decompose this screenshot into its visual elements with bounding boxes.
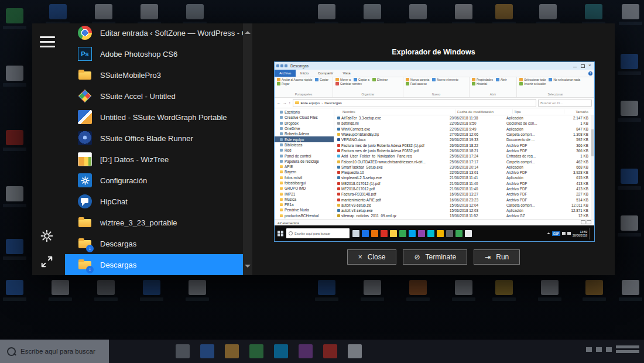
desktop-icon[interactable]: [495, 280, 513, 295]
nav-item[interactable]: Bibliotecas: [275, 142, 334, 148]
back-icon[interactable]: ←: [277, 101, 281, 105]
desktop-icon[interactable]: [49, 4, 67, 19]
taskbar-app-icon[interactable]: [225, 344, 239, 358]
file-row[interactable]: settings.ini22/06/2018 9:50Opciones de c…: [334, 121, 594, 126]
nav-item[interactable]: Red: [275, 148, 334, 153]
file-row[interactable]: simplewall-2.3-setup.exe21/06/2018 11:41…: [334, 175, 594, 180]
ribbon-button[interactable]: Seleccionar todo: [519, 78, 546, 81]
screenshot-system-tray[interactable]: ESP 13:59 28/06/2018: [547, 228, 591, 239]
taskbar-app-icon[interactable]: [418, 230, 425, 237]
tray-icon[interactable]: [596, 347, 602, 352]
file-row[interactable]: autoit-v3-setup.exe15/06/2018 12:03Aplic…: [334, 208, 594, 213]
app-list-item[interactable]: SSuite Accel - Untitled: [65, 85, 243, 107]
breadcrumb-item[interactable]: Descargas: [324, 101, 342, 105]
menu-icon[interactable]: [40, 36, 55, 48]
app-list-item[interactable]: Editar entrada ‹ SoftZone — WordPress - …: [65, 23, 243, 43]
nav-item[interactable]: fotos móvil: [275, 175, 334, 180]
taskbar-app-icon[interactable]: [381, 230, 388, 237]
nav-item[interactable]: Música: [275, 197, 334, 202]
desktop-icon[interactable]: [409, 280, 427, 295]
app-list-item[interactable]: [D:] Datos - WizTree: [65, 149, 243, 170]
app-list-item[interactable]: ↓Descargas: [65, 233, 243, 254]
column-header[interactable]: Tamaño: [564, 109, 594, 114]
file-row[interactable]: Factura mes de junio Roberto Adeva F0832…: [334, 142, 594, 148]
desktop-icon[interactable]: [364, 280, 381, 295]
maximize-icon[interactable]: [580, 64, 585, 68]
ribbon-button[interactable]: Pegar: [277, 82, 289, 85]
desktop-icon[interactable]: [409, 4, 427, 19]
app-list-item[interactable]: Untitled - SSuite WordGraph Portable: [65, 107, 243, 128]
desktop-icon[interactable]: [189, 280, 206, 295]
taskbar-app-icon[interactable]: [437, 230, 444, 237]
help-icon[interactable]: ?: [588, 71, 592, 76]
nav-item[interactable]: Bayern: [275, 169, 334, 174]
nav-item[interactable]: Este equipo: [275, 136, 334, 142]
desktop-icon[interactable]: [6, 280, 23, 295]
nav-item[interactable]: Creative Cloud Files: [275, 115, 334, 120]
desktop-icon[interactable]: [186, 4, 204, 19]
desktop-icon[interactable]: [622, 4, 639, 19]
file-row[interactable]: Factura-R039148.pdf16/06/2018 13:27Archi…: [334, 191, 594, 197]
nav-item[interactable]: OneDrive: [275, 126, 334, 131]
desktop-icon[interactable]: [6, 186, 23, 201]
ribbon-button[interactable]: Propiedades: [472, 78, 493, 81]
file-list-scrollbar[interactable]: [591, 115, 594, 219]
column-header[interactable]: Nombre: [342, 109, 455, 114]
scrollbar[interactable]: [243, 23, 252, 275]
quick-access-toolbar[interactable]: [276, 64, 289, 68]
desktop-icon[interactable]: [6, 130, 23, 145]
desktop-icon[interactable]: [141, 4, 158, 19]
desktop-icon[interactable]: [455, 4, 472, 19]
language-badge[interactable]: ESP: [552, 231, 560, 236]
file-row[interactable]: AltTabTer_3.3-setup.exe20/06/2018 11:38A…: [334, 115, 594, 121]
taskbar-app-icon[interactable]: [371, 230, 378, 237]
desktop-icon[interactable]: [6, 239, 23, 254]
ribbon-button[interactable]: Historial: [472, 82, 487, 85]
ribbon-button[interactable]: Abrir: [496, 78, 507, 81]
file-row[interactable]: SmartTaskbar_Setup.exe23/06/2018 20:14Ap…: [334, 165, 594, 170]
desktop-icon[interactable]: [621, 215, 638, 231]
ribbon-button[interactable]: Invertir selección: [519, 82, 546, 85]
desktop-icon[interactable]: [6, 66, 23, 81]
desktop-icon[interactable]: [541, 280, 559, 295]
taskbar-app-icon[interactable]: [176, 344, 190, 358]
taskbar-app-icon[interactable]: [362, 230, 369, 237]
file-row[interactable]: ME2018-017012 (1).pdf21/06/2018 11:40Arc…: [334, 181, 594, 186]
scroll-down-icon[interactable]: [245, 265, 251, 270]
tray-icon[interactable]: [567, 232, 571, 235]
desktop-icon[interactable]: [143, 280, 160, 295]
file-row[interactable]: Add_User_Folder_to_Navigation_Pane.reg25…: [334, 153, 594, 159]
app-list-item[interactable]: wiztree_3_23_portable: [65, 212, 243, 233]
desktop-icon[interactable]: [318, 4, 335, 19]
desktop-icon[interactable]: [585, 280, 603, 295]
taskbar-app-icon[interactable]: [323, 344, 337, 358]
file-row[interactable]: Prequesito.1022/06/2018 13:01Archivo PDF…: [334, 170, 594, 175]
taskbar-app-icon[interactable]: [299, 344, 313, 358]
column-header[interactable]: Tipo: [512, 109, 564, 114]
explorer-preview[interactable]: Descargas ArchivoInicioCompartirVista? A…: [274, 61, 595, 242]
ribbon-button[interactable]: Eliminar: [372, 78, 388, 81]
breadcrumb[interactable]: Este equipo›Descargas: [293, 99, 537, 107]
ribbon-button[interactable]: Cambiar nombre: [335, 82, 362, 85]
app-list-item[interactable]: SSuite Office Blade Runner: [65, 128, 243, 149]
taskbar-app-icon[interactable]: [465, 230, 472, 237]
file-row[interactable]: Falcon10 OUTDATED www.chrisandriessen.nl…: [334, 159, 594, 164]
desktop-icon[interactable]: [621, 169, 638, 184]
taskbar-app-icon[interactable]: [399, 230, 406, 237]
desktop-icon[interactable]: [52, 280, 69, 295]
app-list-item[interactable]: Configuración: [65, 170, 243, 191]
scroll-up-icon[interactable]: [245, 28, 251, 34]
nav-item[interactable]: Pendrive Nuria: [275, 207, 334, 213]
app-list-item[interactable]: ↓Descargas: [65, 254, 243, 275]
terminate-button[interactable]: ⊘Terminate: [403, 249, 467, 265]
nav-item[interactable]: productosBCHrenbal: [275, 213, 334, 218]
ribbon-button[interactable]: Nueva carpeta: [406, 78, 430, 81]
nav-item[interactable]: fotosbibargui: [275, 180, 334, 186]
run-button[interactable]: ⇥Run: [474, 249, 520, 265]
forward-icon[interactable]: →: [283, 101, 287, 105]
ribbon-tab[interactable]: Archivo: [275, 70, 296, 77]
desktop-icon[interactable]: [6, 8, 23, 23]
taskbar-app-icon[interactable]: [348, 344, 362, 358]
ribbon-tab[interactable]: Compartir: [313, 70, 338, 77]
desktop-icon[interactable]: [455, 280, 472, 295]
